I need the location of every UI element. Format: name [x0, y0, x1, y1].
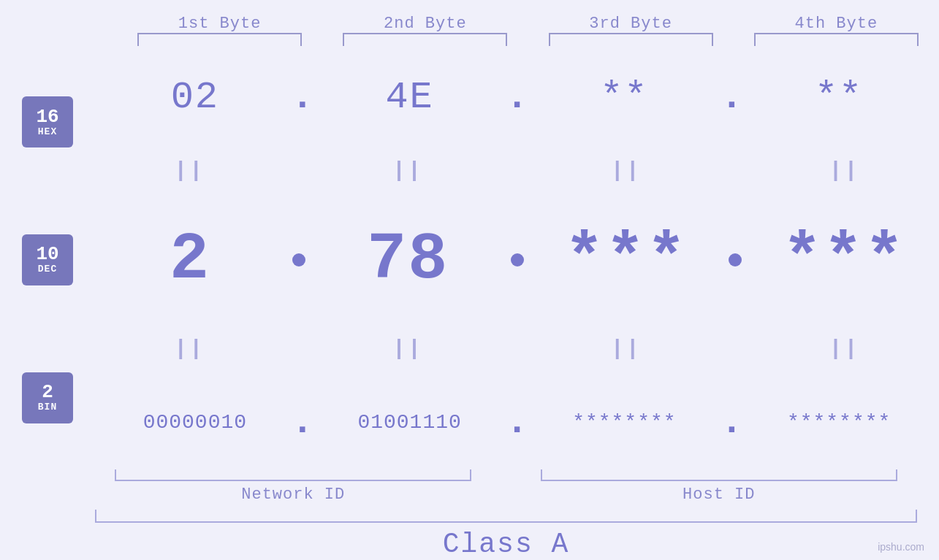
bin-badge-number: 2	[42, 383, 53, 402]
main-container: 1st Byte 2nd Byte 3rd Byte 4th Byte 16 H…	[0, 0, 939, 560]
hex-badge-base: HEX	[38, 126, 57, 137]
byte-headers: 1st Byte 2nd Byte 3rd Byte 4th Byte	[0, 15, 939, 33]
dec-dot-1	[292, 253, 305, 266]
bracket-cell-2	[322, 33, 528, 46]
network-id-label: Network ID	[241, 486, 345, 504]
watermark: ipshu.com	[878, 541, 924, 553]
dec-cell-2: 78	[313, 223, 503, 297]
class-bracket-section: Class A	[0, 510, 939, 560]
network-id-section: Network ID	[95, 469, 492, 504]
dec-value-2: 78	[367, 223, 449, 297]
dec-value-3: ***	[565, 223, 688, 297]
equals-2-1: ||	[95, 335, 284, 363]
byte-header-2: 2nd Byte	[322, 15, 528, 33]
dec-dot-3	[729, 253, 742, 266]
equals-sep2-3	[721, 335, 750, 363]
equals-sep-1	[284, 157, 313, 185]
bin-cell-1: 00000010	[95, 411, 295, 434]
dec-value-4: ***	[783, 223, 905, 297]
hex-value-4: **	[815, 76, 863, 119]
dec-cell-1: 2	[95, 223, 285, 297]
dec-cell-3: ***	[531, 223, 721, 297]
bracket-1	[137, 33, 302, 46]
bin-cell-2: 01001110	[310, 411, 510, 434]
hex-cell-3: **	[525, 76, 725, 119]
class-label: Class A	[95, 529, 917, 560]
equals-row-1: || || || ||	[95, 157, 939, 185]
bin-value-4: ********	[787, 411, 891, 434]
bracket-cell-3	[528, 33, 734, 46]
hex-cell-2: 4E	[310, 76, 510, 119]
equals-2-4: ||	[750, 335, 939, 363]
bin-cell-4: ********	[739, 411, 939, 434]
equals-sep2-2	[503, 335, 532, 363]
equals-sep-2	[503, 157, 532, 185]
labels-column: 16 HEX 10 DEC 2 BIN	[0, 53, 95, 467]
byte-header-1: 1st Byte	[117, 15, 322, 33]
hex-value-3: **	[600, 76, 648, 119]
hex-badge: 16 HEX	[22, 96, 73, 147]
equals-2-3: ||	[532, 335, 721, 363]
bin-badge: 2 BIN	[22, 372, 73, 423]
host-id-bracket	[541, 469, 897, 481]
network-id-bracket	[115, 469, 471, 481]
dec-dot-2	[511, 253, 524, 266]
equals-row-2: || || || ||	[95, 335, 939, 363]
id-spacer	[492, 469, 521, 504]
equals-1-3: ||	[532, 157, 721, 185]
dec-cell-4: ***	[749, 223, 939, 297]
dec-row: 2 78 *** ***	[95, 223, 939, 297]
dec-value-1: 2	[170, 223, 210, 297]
dec-badge-base: DEC	[38, 264, 57, 275]
bin-cell-3: ********	[525, 411, 725, 434]
hex-value-1: 02	[171, 76, 219, 119]
content-area: 16 HEX 10 DEC 2 BIN 02 . 4E	[0, 53, 939, 467]
bin-row: 00000010 . 01001110 . ******** . *******…	[95, 401, 939, 444]
bin-value-1: 00000010	[143, 411, 247, 434]
hex-value-2: 4E	[385, 76, 433, 119]
hex-cell-4: **	[739, 76, 939, 119]
id-labels-section: Network ID Host ID	[0, 469, 939, 504]
equals-1-4: ||	[750, 157, 939, 185]
byte-header-4: 4th Byte	[734, 15, 939, 33]
hex-row: 02 . 4E . ** . **	[95, 76, 939, 119]
dec-badge-number: 10	[36, 245, 58, 264]
bracket-cell-1	[117, 33, 322, 46]
dec-badge: 10 DEC	[22, 234, 73, 285]
bin-value-3: ********	[572, 411, 676, 434]
hex-badge-number: 16	[36, 107, 58, 126]
equals-2-2: ||	[313, 335, 503, 363]
class-bracket	[95, 510, 917, 523]
equals-1-2: ||	[313, 157, 503, 185]
equals-sep-3	[721, 157, 750, 185]
bin-value-2: 01001110	[357, 411, 461, 434]
byte-header-3: 3rd Byte	[528, 15, 734, 33]
bracket-2	[343, 33, 507, 46]
bracket-cell-4	[734, 33, 939, 46]
data-rows: 02 . 4E . ** . ** || ||	[95, 53, 939, 467]
equals-1-1: ||	[95, 157, 284, 185]
bin-badge-base: BIN	[38, 402, 57, 413]
header-brackets	[0, 33, 939, 46]
hex-cell-1: 02	[95, 76, 295, 119]
bracket-3	[549, 33, 713, 46]
host-id-section: Host ID	[521, 469, 918, 504]
bracket-4	[754, 33, 919, 46]
host-id-label: Host ID	[683, 486, 755, 504]
equals-sep2-1	[284, 335, 313, 363]
